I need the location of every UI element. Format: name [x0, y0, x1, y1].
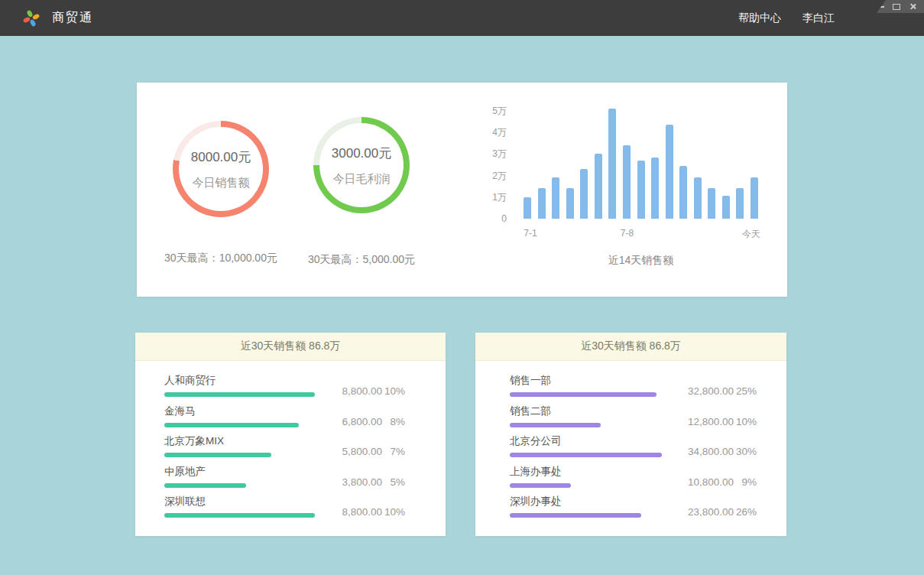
chart-bar — [538, 188, 546, 219]
chart-bar — [566, 188, 574, 219]
list-item: 金海马 6,800.00 8% — [164, 404, 405, 427]
list-item-name: 北京分公司 — [510, 434, 663, 447]
minimize-button[interactable] — [877, 3, 884, 11]
y-axis-tick: 2万 — [484, 171, 507, 181]
list-item-percent: 9% — [734, 476, 757, 488]
chart-bar — [524, 197, 531, 219]
list-item-bar — [510, 513, 641, 518]
list-item-left: 金海马 — [164, 404, 317, 427]
list-item-bar — [510, 423, 601, 427]
chart-bar — [736, 188, 744, 219]
list-item-percent: 7% — [382, 446, 405, 457]
username-menu[interactable]: 李白江 — [802, 11, 835, 25]
titlebar-nav: 帮助中心 李白江 — [738, 11, 924, 25]
list-item-left: 深圳办事处 — [510, 495, 663, 518]
list-item-percent: 26% — [734, 506, 757, 518]
today-profit-label: 今日毛利润 — [333, 172, 391, 187]
list-item-left: 销售二部 — [510, 404, 663, 427]
list-item-left: 北京分公司 — [510, 434, 663, 457]
today-sales-value: 8000.00元 — [191, 148, 251, 166]
list-item-bar — [164, 392, 315, 397]
list-item-left: 深圳联想 — [164, 495, 317, 518]
today-sales-donut: 8000.00元 今日销售额 — [173, 121, 269, 217]
y-axis-tick: 0 — [484, 213, 507, 224]
list-item-bar — [164, 453, 271, 457]
list-item-left: 上海办事处 — [510, 465, 663, 488]
y-axis-tick: 5万 — [484, 106, 507, 116]
list-item: 销售一部 32,800.00 25% — [510, 374, 757, 397]
list-item-percent: 10% — [382, 385, 405, 397]
chart-title: 近14天销售额 — [524, 254, 758, 268]
card-title: 近30天销售额 86.8万 — [581, 339, 681, 353]
summary-card: 8000.00元 今日销售额 30天最高：10,000.00元 3000.00元… — [137, 83, 787, 297]
list-item-name: 销售一部 — [510, 374, 663, 387]
departments-list: 销售一部 32,800.00 25% 销售二部 12,800.00 10% 北京… — [475, 361, 786, 518]
list-item: 中原地产 3,800.00 5% — [164, 465, 405, 488]
list-item-name: 深圳联想 — [164, 495, 317, 508]
app-title: 商贸通 — [52, 10, 93, 26]
chart-y-axis: 01万2万3万4万5万 — [484, 107, 507, 219]
list-item: 上海办事处 10,800.00 9% — [510, 465, 757, 488]
chart-bar — [595, 154, 602, 219]
list-item-bar — [164, 483, 246, 488]
x-axis-label: 7-8 — [621, 228, 634, 239]
list-item: 深圳办事处 23,800.00 26% — [510, 495, 757, 518]
sales-14day-chart: 01万2万3万4万5万 近14天销售额 7-17-8今天 — [484, 107, 747, 219]
chart-bar — [694, 177, 702, 219]
maximize-button[interactable] — [893, 3, 900, 11]
list-item-bar — [510, 392, 657, 397]
list-item-name: 中原地产 — [164, 465, 317, 478]
y-axis-tick: 4万 — [484, 127, 507, 138]
list-item-percent: 30% — [734, 446, 757, 457]
help-center-link[interactable]: 帮助中心 — [738, 11, 781, 25]
list-item: 人和商贸行 8,800.00 10% — [164, 374, 405, 397]
list-item-bar — [164, 513, 315, 518]
list-item-name: 北京万象MIX — [164, 434, 317, 447]
maximize-icon — [893, 4, 900, 10]
chart-bar — [751, 177, 758, 219]
departments-sales-card: 近30天销售额 86.8万 销售一部 32,800.00 25% 销售二部 12… — [475, 333, 786, 536]
list-item-amount: 6,800.00 — [317, 416, 382, 427]
list-item-amount: 8,800.00 — [317, 506, 382, 518]
list-item: 北京分公司 34,800.00 30% — [510, 434, 757, 457]
list-item-percent: 10% — [382, 506, 405, 518]
titlebar: 商贸通 帮助中心 李白江 — [0, 0, 924, 36]
close-button[interactable] — [909, 3, 916, 11]
y-axis-tick: 1万 — [484, 192, 507, 203]
bar-plot — [524, 107, 758, 219]
chart-bar — [623, 145, 631, 219]
list-item: 销售二部 12,800.00 10% — [510, 404, 757, 427]
customers-sales-card: 近30天销售额 86.8万 人和商贸行 8,800.00 10% 金海马 6,8… — [135, 333, 446, 536]
chart-bar — [666, 125, 673, 219]
x-axis-label: 7-1 — [524, 228, 537, 239]
card-title: 近30天销售额 86.8万 — [241, 339, 341, 353]
list-item-amount: 23,800.00 — [663, 506, 734, 518]
app-logo-icon — [21, 8, 41, 28]
list-item-left: 人和商贸行 — [164, 374, 317, 397]
list-item-name: 人和商贸行 — [164, 374, 317, 387]
list-item-amount: 32,800.00 — [663, 385, 734, 397]
card-header: 近30天销售额 86.8万 — [135, 333, 446, 361]
list-item-amount: 34,800.00 — [663, 446, 734, 457]
today-sales-label: 今日销售额 — [193, 176, 250, 190]
chart-bar — [608, 109, 616, 219]
list-item-name: 上海办事处 — [510, 465, 663, 478]
list-item-left: 北京万象MIX — [164, 434, 317, 457]
list-item-amount: 10,800.00 — [663, 476, 734, 488]
list-item: 深圳联想 8,800.00 10% — [164, 495, 405, 518]
app-window: 商贸通 帮助中心 李白江 8000.00元 今日销售额 30天最高：10,000… — [0, 0, 924, 575]
list-item-name: 金海马 — [164, 404, 317, 417]
card-header: 近30天销售额 86.8万 — [475, 333, 786, 361]
list-item-amount: 8,800.00 — [317, 385, 382, 397]
list-item-left: 销售一部 — [510, 374, 663, 397]
donut-center: 8000.00元 今日销售额 — [179, 127, 263, 211]
list-item-left: 中原地产 — [164, 465, 317, 488]
today-profit-value: 3000.00元 — [332, 145, 391, 162]
window-controls — [877, 0, 924, 13]
list-item-bar — [510, 483, 571, 488]
chart-bar — [651, 158, 659, 219]
chart-bar — [637, 161, 645, 219]
list-item-amount: 5,800.00 — [317, 446, 382, 457]
list-item-name: 销售二部 — [510, 404, 663, 417]
list-item-name: 深圳办事处 — [510, 495, 663, 508]
